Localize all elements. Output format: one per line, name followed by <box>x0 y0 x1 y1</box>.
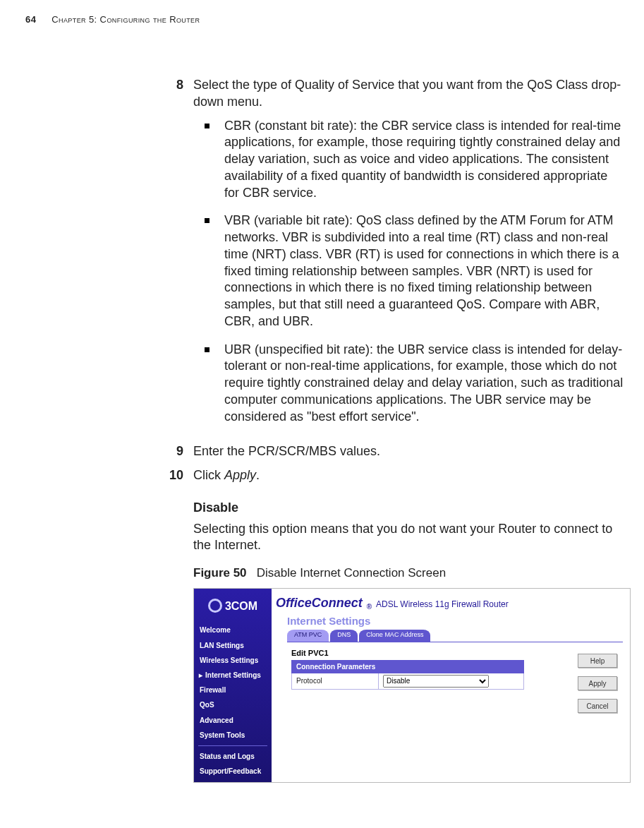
bullet-cbr: CBR (constant bit rate): the CBR service… <box>193 118 624 202</box>
tab-bar: ATM PVC DNS Clone MAC Address <box>272 630 630 642</box>
step-text: Click Apply. <box>193 467 624 484</box>
step-text: Enter the PCR/SCR/MBS values. <box>193 443 624 460</box>
router-main-panel: OfficeConnect® ADSL Wireless 11g Firewal… <box>272 589 630 782</box>
action-buttons: Help Apply Cancel <box>578 654 617 713</box>
brand-name: OfficeConnect <box>276 595 363 612</box>
router-sidebar: 3COM Welcome LAN Settings Wireless Setti… <box>194 589 272 782</box>
nav-qos[interactable]: QoS <box>198 697 267 712</box>
apply-word: Apply <box>224 468 256 482</box>
registered-mark: ® <box>367 602 372 611</box>
router-ui-screenshot: 3COM Welcome LAN Settings Wireless Setti… <box>193 588 631 783</box>
figure-label: Figure 50 <box>193 566 247 580</box>
table-header: Connection Parameters <box>292 660 524 673</box>
page-number: 64 <box>25 14 36 25</box>
nav-firewall[interactable]: Firewall <box>198 683 267 697</box>
cancel-button[interactable]: Cancel <box>578 699 617 713</box>
tab-dns[interactable]: DNS <box>330 630 358 642</box>
nav-welcome[interactable]: Welcome <box>198 623 267 637</box>
step-text: Select the type of Quality of Service th… <box>193 78 621 109</box>
apply-button[interactable]: Apply <box>578 676 617 690</box>
nav-advanced[interactable]: Advanced <box>198 713 267 728</box>
nav-divider <box>198 745 267 746</box>
step-9: 9 Enter the PCR/SCR/MBS values. <box>144 443 624 460</box>
product-brand: OfficeConnect® ADSL Wireless 11g Firewal… <box>272 589 630 611</box>
qos-bullet-list: CBR (constant bit rate): the CBR service… <box>193 118 624 426</box>
nav-system[interactable]: System Tools <box>198 728 267 743</box>
bullet-vbr: VBR (variable bit rate): QoS class defin… <box>193 212 624 330</box>
table-row: Protocol Disable <box>292 673 524 689</box>
product-model: ADSL Wireless 11g Firewall Router <box>376 599 509 612</box>
nav-wireless[interactable]: Wireless Settings <box>198 653 267 668</box>
vendor-logo: 3COM <box>194 589 272 623</box>
step-8: 8 Select the type of Quality of Service … <box>144 77 624 436</box>
nav-support[interactable]: Support/Feedback <box>198 764 267 779</box>
nav-status[interactable]: Status and Logs <box>198 749 267 764</box>
figure-50: 3COM Welcome LAN Settings Wireless Setti… <box>193 588 631 783</box>
logo-ring-icon <box>208 599 222 613</box>
protocol-label: Protocol <box>292 673 379 689</box>
sidebar-nav: Welcome LAN Settings Wireless Settings I… <box>194 623 272 779</box>
figure-title: Disable Internet Connection Screen <box>257 566 446 580</box>
running-header: 64 Chapter 5: Configuring the Router <box>25 14 619 25</box>
protocol-select[interactable]: Disable <box>383 675 489 688</box>
nav-internet[interactable]: Internet Settings <box>198 668 267 683</box>
section-title: Internet Settings <box>272 614 630 628</box>
step-number: 9 <box>144 443 193 460</box>
edit-pvc-title: Edit PVC1 <box>291 648 624 659</box>
tab-clone-mac[interactable]: Clone MAC Address <box>359 630 430 642</box>
bullet-ubr: UBR (unspecified bit rate): the UBR serv… <box>193 342 624 426</box>
disable-heading: Disable <box>193 500 624 517</box>
step-number: 10 <box>144 467 193 484</box>
connection-params-table: Connection Parameters Protocol Disable <box>291 660 524 690</box>
vendor-logo-text: 3COM <box>225 599 257 613</box>
step-text-post: . <box>256 468 260 482</box>
figure-caption: Figure 50 Disable Internet Connection Sc… <box>193 565 624 581</box>
tab-atm-pvc[interactable]: ATM PVC <box>287 630 329 642</box>
help-button[interactable]: Help <box>578 654 617 668</box>
form-area: Edit PVC1 Connection Parameters Protocol… <box>272 642 630 690</box>
disable-paragraph: Selecting this option means that you do … <box>193 521 624 555</box>
body-text: 8 Select the type of Quality of Service … <box>144 77 624 783</box>
protocol-cell: Disable <box>379 673 524 689</box>
nav-lan[interactable]: LAN Settings <box>198 638 267 653</box>
step-text-pre: Click <box>193 468 224 482</box>
step-10: 10 Click Apply. <box>144 467 624 484</box>
chapter-title: Chapter 5: Configuring the Router <box>51 14 200 25</box>
step-number: 8 <box>144 77 193 436</box>
